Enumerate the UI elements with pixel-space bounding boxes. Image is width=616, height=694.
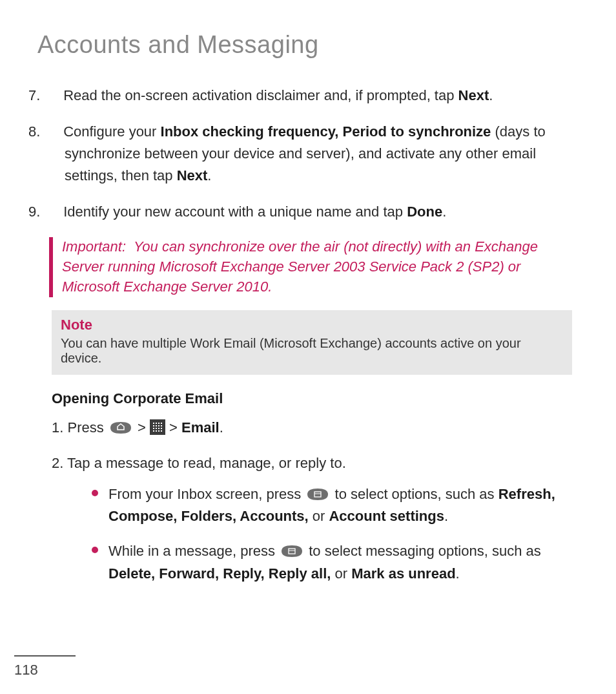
step-number: 8.: [46, 121, 59, 143]
step-text: Identify your new account with a unique …: [63, 204, 407, 220]
page-number: 118: [14, 655, 76, 678]
bullet-bold: Delete, Forward, Reply, Reply all,: [108, 565, 331, 582]
bullet-post: .: [456, 565, 460, 582]
numbered-steps-b: 1. Press > > Email. 2. Tap a message to …: [39, 416, 577, 585]
note-box: Note You can have multiple Work Email (M…: [52, 310, 572, 375]
menu-key-icon: [305, 487, 331, 501]
bullet-bold-2: Account settings: [329, 508, 444, 524]
important-callout: Important: You can synchronize over the …: [49, 237, 572, 297]
bullet-text-pre: From your Inbox screen, press: [108, 486, 305, 502]
manual-page: Accounts and Messaging 7. Read the on-sc…: [0, 0, 616, 694]
separator: >: [169, 419, 181, 436]
step-number: 9.: [46, 201, 59, 223]
step-bold: Done: [407, 204, 442, 220]
bullet-0: From your Inbox screen, press to select …: [92, 483, 571, 527]
step-number: 2.: [52, 455, 63, 471]
bullet-1: While in a message, press to select mess…: [92, 540, 571, 584]
step-b-2: 2. Tap a message to read, manage, or rep…: [52, 452, 571, 585]
step-bold: Inbox checking frequency, Period to sync…: [161, 123, 495, 140]
step-8: 8. Configure your Inbox checking frequen…: [46, 121, 571, 187]
step-7: 7. Read the on-screen activation disclai…: [46, 85, 571, 107]
step-b-1: 1. Press > > Email.: [52, 416, 571, 439]
step-9: 9. Identify your new account with a uniq…: [46, 201, 571, 223]
bullet-text-mid: to select messaging options, such as: [309, 543, 541, 559]
bullet-text-pre: While in a message, press: [108, 543, 279, 559]
important-text: You can synchronize over the air (not di…: [62, 238, 538, 295]
step-text: Press: [67, 419, 107, 436]
step-text-post: .: [442, 204, 446, 220]
step-bold-2: Next: [177, 167, 208, 184]
important-label: Important:: [62, 238, 126, 255]
bullet-or: or: [309, 508, 329, 524]
note-body: You can have multiple Work Email (Micros…: [61, 336, 563, 366]
separator: >: [138, 419, 150, 436]
bullet-post: .: [444, 508, 448, 524]
step-text: Configure your: [63, 123, 160, 140]
step-number: 1.: [52, 419, 63, 436]
subheading-opening-corporate-email: Opening Corporate Email: [52, 390, 577, 407]
apps-grid-icon: [150, 419, 165, 435]
section-title: Accounts and Messaging: [37, 31, 577, 59]
sub-bullets: From your Inbox screen, press to select …: [70, 483, 571, 584]
step-text: Tap a message to read, manage, or reply …: [67, 455, 346, 471]
numbered-steps-a: 7. Read the on-screen activation disclai…: [39, 85, 577, 223]
step-text-post: .: [220, 419, 223, 436]
home-key-icon: [108, 421, 134, 435]
step-bold: Next: [458, 87, 489, 103]
bullet-text-mid: to select options, such as: [335, 486, 498, 502]
step-bold: Email: [181, 419, 220, 436]
step-text-post: .: [207, 167, 211, 184]
step-number: 7.: [46, 85, 59, 107]
bullet-or: or: [331, 565, 351, 582]
step-text: Read the on-screen activation disclaimer…: [63, 87, 458, 103]
step-text-post: .: [489, 87, 493, 103]
note-title: Note: [61, 317, 563, 333]
menu-key-icon: [279, 544, 305, 558]
bullet-bold-2: Mark as unread: [351, 565, 455, 582]
